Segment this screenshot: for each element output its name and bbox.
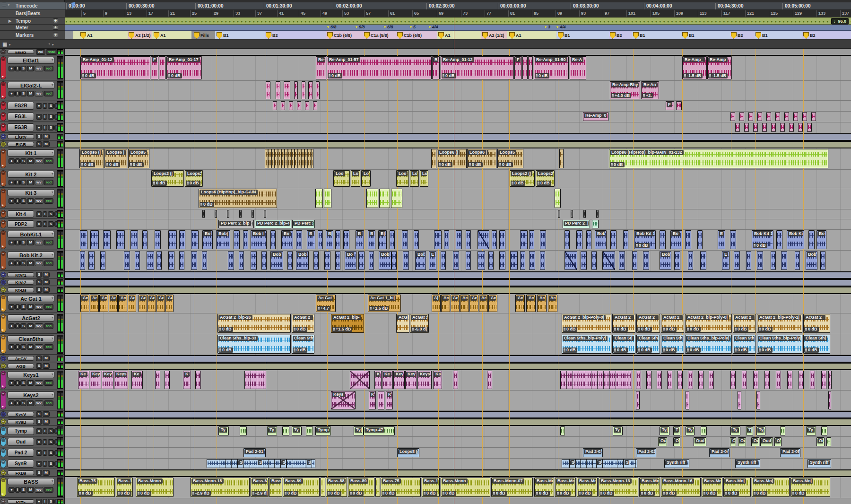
audio-clip[interactable]: Ac | [537,295,547,312]
track-button-wv[interactable]: wv [35,400,43,406]
audio-clip[interactable]: Pad 2-04 [709,448,729,457]
track-button-M[interactable]: M [27,91,34,96]
audio-clip[interactable]: Ac | [441,295,450,312]
track-button-M[interactable]: M [43,411,50,417]
marker-flag[interactable]: B1 [633,32,645,39]
audio-clip[interactable]: Loops50 dB [497,149,523,168]
audio-clip[interactable] [686,391,689,409]
audio-clip[interactable]: Ac| [479,295,488,312]
track-button-M[interactable]: M [27,240,34,245]
audio-clip[interactable] [771,123,776,132]
track-button-S[interactable]: S [48,221,54,227]
track-name[interactable]: AcGat2 [8,314,54,322]
audio-clip[interactable] [581,251,587,270]
track-button-S[interactable]: S [36,411,42,417]
audio-clip[interactable] [610,230,617,249]
track-button-read[interactable]: read [46,49,58,55]
audio-clip[interactable]: Ke [382,371,393,389]
track-button-M[interactable]: M [27,380,34,386]
track-options-chevron-icon[interactable]: ▾ [52,372,53,376]
audio-clip[interactable] [674,251,680,270]
ruler-label-markers[interactable]: Markers+ [0,31,65,40]
track-lane[interactable]: Re-Amp_01-120 dBFRe-Amp_01-170 dBRe-Re-A… [65,56,851,81]
track-button-I[interactable]: I [43,103,47,109]
tempo-expand-arrow[interactable]: ▶ [9,19,11,23]
audio-clip[interactable] [335,251,340,270]
audio-clip[interactable] [316,81,320,99]
audio-clip[interactable] [810,371,815,389]
audio-clip[interactable] [240,426,247,435]
audio-clip[interactable] [592,220,599,228]
audio-clip[interactable] [560,426,565,435]
audio-clip[interactable] [730,112,735,121]
track-lane[interactable]: SSSSS|S|S|Synth riffSynth riffSynth riff [65,459,851,469]
audio-clip[interactable]: Loops6 (|0 dB [437,149,467,168]
track-name[interactable]: Tymp [8,427,34,435]
track-button-S[interactable]: S [36,356,42,361]
audio-clip[interactable]: Bass-Mo|0 dB [555,478,576,497]
audio-clip[interactable]: AcGat 2_0 dB [733,314,756,333]
audio-clip[interactable]: Bob [270,251,283,270]
track-name[interactable]: KITs [8,499,34,504]
track-name[interactable]: KysB [8,419,34,424]
track-button-rec[interactable]: ● [9,323,15,329]
audio-clip[interactable]: Ac | [90,295,99,312]
meter-event[interactable]: ▼4/4 [556,25,565,29]
marker-flag[interactable]: B1 [217,32,229,39]
track-button-M[interactable]: M [43,356,50,361]
audio-clip[interactable]: Ty [730,426,740,435]
audio-clip[interactable]: Lo [420,170,428,187]
audio-clip[interactable]: Ac | [148,295,156,312]
audio-clip[interactable] [775,112,780,121]
add-marker-button[interactable]: + [53,33,58,37]
audio-clip[interactable]: F [666,101,674,110]
audio-clip[interactable]: Ty [292,426,302,435]
clock-icon[interactable]: ◔ ▾ [47,41,54,48]
track-button-I[interactable]: I [15,344,20,350]
track-button-S[interactable]: S [48,114,54,120]
track-button-S[interactable]: S [20,487,26,493]
marker-flag[interactable]: C1b (6/8) [397,32,422,39]
marker-flag[interactable]: A2 (1/2) [129,32,151,39]
audio-clip[interactable]: Ou| [738,437,746,446]
track-button-red[interactable]: red [44,487,53,493]
track-button-wv[interactable]: wv [35,91,43,96]
track-options-chevron-icon[interactable]: ▾ [52,83,53,87]
audio-clip[interactable] [738,391,741,409]
audio-clip[interactable]: Ty| [354,426,364,435]
audio-clip[interactable]: Ac| [451,295,460,312]
audio-clip[interactable] [294,81,298,99]
audio-clip[interactable]: Ou| [658,437,667,446]
audio-clip[interactable] [100,251,105,270]
track-button-rec[interactable]: ● [9,380,15,386]
marker-flag[interactable]: Fills [194,32,209,39]
audio-clip[interactable] [667,371,672,389]
ruler-view-selector-icon[interactable]: ≣ ▾ [2,1,9,8]
track-lane[interactable]: Ac (Ac |Ac |Ac |Ac |AcAc|Ac |Ac |Ac (Ac … [65,294,851,313]
audio-clip[interactable] [558,210,560,218]
audio-clip[interactable] [431,149,436,168]
audio-clip[interactable] [808,230,815,249]
audio-clip[interactable] [730,230,736,249]
audio-clip[interactable]: T [673,426,680,435]
track-button-rec[interactable]: ● [36,125,42,130]
audio-clip[interactable] [135,251,140,270]
audio-clip[interactable]: PD Perc 2_bip-4 [255,220,291,228]
track-button-rec[interactable]: ● [9,487,15,493]
audio-clip[interactable]: Ty [806,426,816,435]
audio-clip[interactable]: Ka| [433,371,442,389]
track-button-S[interactable]: S [48,439,54,445]
audio-clip[interactable]: Loops6 (|0 dB [79,149,104,168]
audio-clip[interactable] [302,81,305,99]
audio-clip[interactable] [657,371,662,389]
audio-clip[interactable] [660,230,666,249]
marker-flag[interactable]: A1 [80,32,93,39]
audio-clip[interactable]: Ac [128,295,136,312]
audio-clip[interactable] [124,251,130,270]
audio-clip[interactable]: Re-Amp_01-120 dB [80,56,150,79]
track-lane[interactable] [65,209,851,219]
audio-clip[interactable]: Clean 5ths_bip-Poly|0 dB [685,335,732,354]
audio-clip[interactable]: Ac| [139,295,147,312]
audio-clip[interactable] [318,230,323,249]
audio-clip[interactable]: Bass-Mo|0 dB [723,478,751,497]
